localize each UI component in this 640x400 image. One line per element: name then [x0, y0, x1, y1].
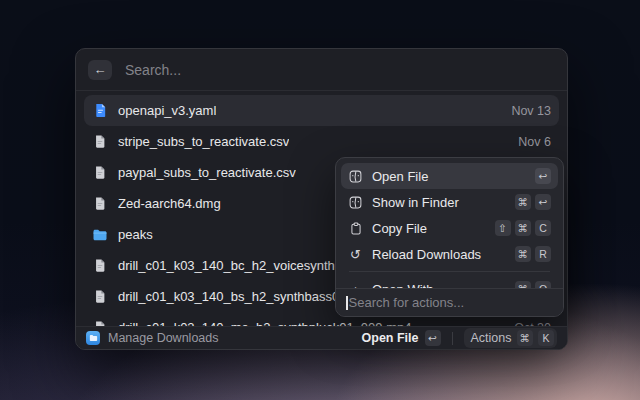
menu-item-show-in-finder[interactable]: Show in Finder ⌘ ↩	[341, 189, 558, 215]
file-name: peaks	[118, 227, 153, 242]
text-cursor	[346, 296, 348, 310]
action-menu: Open File ↩ Show in Finder ⌘ ↩	[335, 157, 564, 317]
actions-button[interactable]: Actions ⌘ K	[464, 328, 558, 348]
menu-item-label: Open File	[372, 169, 428, 184]
finder-icon	[348, 195, 363, 210]
key-r: R	[535, 246, 551, 262]
document-file-icon	[92, 289, 108, 305]
menu-item-label: Copy File	[372, 221, 427, 236]
key-command: ⌘	[517, 330, 534, 346]
launcher-window: ← openapi_v3.yaml Nov 13 stripe_subs_to_…	[75, 48, 568, 350]
document-file-icon	[92, 196, 108, 212]
shortcut-keys: ⌘ ↩	[515, 194, 552, 210]
key-command: ⌘	[515, 246, 532, 262]
footer-divider	[452, 332, 453, 345]
yaml-file-icon	[92, 103, 108, 119]
finder-icon	[348, 169, 363, 184]
actions-search-input[interactable]: Search for actions...	[336, 288, 563, 316]
menu-item-reload-downloads[interactable]: ↺ Reload Downloads ⌘ R	[341, 241, 558, 267]
key-k: K	[538, 330, 554, 346]
file-name: paypal_subs_to_reactivate.csv	[118, 165, 296, 180]
shortcut-keys: ↩	[535, 168, 551, 184]
clipboard-icon	[348, 221, 363, 236]
actions-label: Actions	[471, 331, 512, 345]
file-row-stripe-csv[interactable]: stripe_subs_to_reactivate.csv Nov 6	[84, 126, 559, 157]
key-return: ↩	[535, 194, 551, 210]
document-file-icon	[92, 165, 108, 181]
document-file-icon	[92, 258, 108, 274]
action-menu-items: Open File ↩ Show in Finder ⌘ ↩	[336, 158, 563, 307]
reload-icon: ↺	[348, 247, 363, 262]
file-name: stripe_subs_to_reactivate.csv	[118, 134, 289, 149]
key-shift: ⇧	[495, 220, 511, 236]
key-return: ↩	[535, 168, 551, 184]
document-file-icon	[92, 134, 108, 150]
file-date: Nov 13	[511, 104, 551, 118]
back-arrow-icon: ←	[94, 63, 107, 76]
actions-search-placeholder: Search for actions...	[349, 295, 465, 310]
primary-action-label[interactable]: Open File	[362, 331, 419, 345]
app-label: Manage Downloads	[108, 331, 219, 345]
key-c: C	[535, 220, 551, 236]
file-row-openapi[interactable]: openapi_v3.yaml Nov 13	[84, 95, 559, 126]
file-name: openapi_v3.yaml	[118, 103, 216, 118]
shortcut-keys: ⇧ ⌘ C	[495, 220, 552, 236]
key-return: ↩	[425, 330, 441, 346]
folder-icon	[92, 227, 108, 243]
footer-bar: Manage Downloads Open File ↩ Actions ⌘ K	[76, 326, 567, 349]
manage-downloads-app-icon	[86, 331, 100, 345]
key-command: ⌘	[515, 194, 532, 210]
file-name: Zed-aarch64.dmg	[118, 196, 221, 211]
menu-item-label: Reload Downloads	[372, 247, 481, 262]
file-date: Nov 6	[518, 135, 551, 149]
menu-divider	[349, 271, 550, 272]
search-input[interactable]	[123, 61, 555, 79]
search-bar: ←	[76, 49, 567, 91]
back-button[interactable]: ←	[88, 60, 112, 80]
shortcut-keys: ⌘ R	[515, 246, 552, 262]
key-command: ⌘	[515, 220, 532, 236]
menu-item-label: Show in Finder	[372, 195, 459, 210]
menu-item-open-file[interactable]: Open File ↩	[341, 163, 558, 189]
menu-item-copy-file[interactable]: Copy File ⇧ ⌘ C	[341, 215, 558, 241]
footer-actions: Open File ↩ Actions ⌘ K	[362, 328, 557, 348]
